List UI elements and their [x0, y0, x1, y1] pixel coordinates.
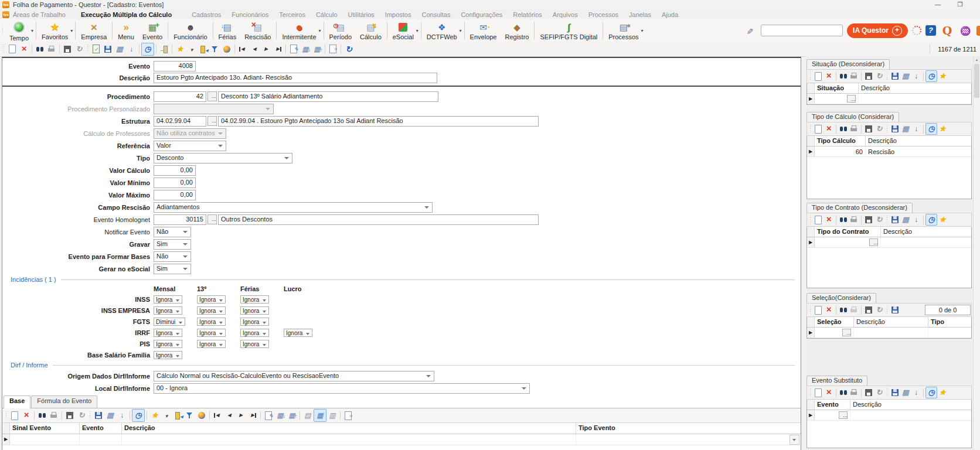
grid-new-button[interactable] [9, 410, 21, 421]
grid-web-button[interactable] [196, 410, 207, 421]
p-new-button[interactable] [813, 305, 824, 315]
global-search-input[interactable] [761, 25, 843, 36]
favorites-dropdown[interactable] [186, 43, 198, 55]
p-info-button[interactable] [911, 214, 921, 225]
col-sinal-evento[interactable]: Sinal Evento [10, 423, 80, 434]
cancel-button[interactable] [73, 43, 85, 55]
save-button[interactable] [62, 43, 73, 55]
grid-history-button[interactable] [132, 409, 145, 422]
evento-substituto-lookup-button[interactable] [839, 411, 848, 419]
p-find-button[interactable] [838, 71, 849, 81]
panel-tipo-contrato-row[interactable] [807, 237, 971, 248]
base-salario-familia-combo[interactable]: Ignora [154, 351, 182, 359]
inss-empresa-13-combo[interactable]: Ignora [197, 306, 226, 315]
base-grid-row[interactable] [2, 434, 801, 445]
menu-configuracoes[interactable]: Configurações [461, 11, 502, 18]
procedimento-code-field[interactable]: 42 [154, 91, 206, 102]
grid-import-button[interactable] [274, 410, 286, 421]
tipo-evento-dropdown[interactable] [790, 435, 799, 445]
toolbar-button-menu[interactable]: Menu [114, 20, 138, 42]
grid-print-button[interactable] [48, 410, 60, 421]
p-delete-button[interactable] [824, 387, 834, 398]
procedimento-lookup-button[interactable] [207, 91, 217, 101]
p-print-button[interactable] [849, 124, 859, 134]
wellness-icon[interactable] [958, 25, 972, 36]
menu-areas-de-trabalho[interactable]: Áreas de Trabalho [13, 11, 66, 18]
p-new-button[interactable] [813, 71, 824, 81]
menu-janelas[interactable]: Janelas [629, 11, 651, 18]
p-cancel-button[interactable] [874, 305, 884, 315]
import-grid-button[interactable] [300, 43, 311, 55]
toolbar-button-esocial[interactable]: eSocial [389, 20, 418, 42]
edit-record-button[interactable] [288, 43, 300, 55]
toolbar-button-periodo[interactable]: Período [325, 20, 356, 42]
p-save-button[interactable] [863, 305, 874, 315]
irrf-lucro-combo[interactable]: Ignora [284, 329, 312, 337]
vertical-scrollbar[interactable] [973, 56, 980, 450]
grid-nav-prev[interactable] [223, 410, 235, 421]
estrutura-desc-field[interactable]: 04.02.99.04 . Estouro Pgto Antecipado 13… [218, 116, 539, 127]
procedimento-desc-field[interactable]: Desconto 13º Salário Adiantamento [218, 91, 438, 102]
toolbar-button-ferias[interactable]: Férias [215, 20, 241, 42]
p-info-button[interactable] [911, 387, 921, 398]
p-favorites-button[interactable] [937, 214, 948, 225]
grid-preview-button[interactable] [342, 410, 354, 421]
evento-formar-bases-combo[interactable]: Não [154, 251, 191, 262]
chevron-down-icon[interactable] [31, 28, 33, 33]
p-favorites-button[interactable] [937, 124, 948, 134]
p-delete-button[interactable] [824, 305, 834, 315]
toolbar-button-processos[interactable]: Processos [604, 20, 642, 42]
p-save-button[interactable] [863, 71, 874, 81]
p-save-button[interactable] [863, 214, 874, 225]
chevron-down-icon[interactable] [70, 28, 73, 33]
p-delete-button[interactable] [824, 214, 834, 225]
toolbar-button-rescisao[interactable]: Rescisão [240, 20, 275, 42]
scroll-up-button[interactable] [974, 56, 980, 63]
p-history-button[interactable] [925, 123, 937, 135]
notificar-evento-combo[interactable]: Não [154, 227, 191, 237]
p-new-button[interactable] [813, 124, 824, 134]
inss-13-combo[interactable]: Ignora [197, 295, 226, 304]
grid-filter-button[interactable] [184, 410, 196, 421]
p-print-button[interactable] [849, 214, 859, 225]
ia-questor-button[interactable]: IA Questor [847, 23, 908, 38]
menu-relatorios[interactable]: Relatórios [513, 11, 542, 18]
referencia-combo[interactable]: Valor [154, 141, 226, 151]
toolbar-button-registro[interactable]: Registro [501, 20, 533, 42]
menu-utilitarios[interactable]: Utilitários [348, 11, 375, 18]
tipo-contrato-lookup-button[interactable] [869, 238, 878, 246]
chevron-down-icon[interactable] [460, 28, 462, 33]
grid-favorites-dropdown[interactable] [161, 410, 172, 421]
col-tipo-evento[interactable]: Tipo Evento [576, 423, 801, 434]
p-history-button[interactable] [925, 214, 937, 226]
nav-next-button[interactable] [260, 43, 272, 55]
grid-nav-last[interactable] [247, 410, 258, 421]
origem-dirf-combo[interactable]: Cálculo Normal ou Rescisão-CalculoEvento… [154, 371, 434, 381]
grid-ruler2-button[interactable] [326, 410, 338, 421]
panel-selecao-tab[interactable]: Seleção(Considerar) [807, 293, 876, 303]
scrollbar-thumb[interactable] [974, 64, 979, 98]
irrf-ferias-combo[interactable]: Ignora [240, 329, 269, 337]
tipo-combo[interactable]: Desconto [154, 153, 292, 163]
grid-save-button[interactable] [64, 410, 76, 421]
p-cancel-button[interactable] [874, 124, 884, 134]
p-cancel-button[interactable] [874, 387, 884, 398]
grid-export-button[interactable] [286, 410, 298, 421]
panel-tipo-calculo-tab[interactable]: Tipo de Cálculo (Considerar) [807, 112, 899, 122]
grid-ruler-button[interactable] [302, 410, 314, 421]
exit-button[interactable] [158, 43, 170, 55]
p-save-button[interactable] [863, 387, 874, 398]
nav-last-button[interactable] [272, 43, 284, 55]
save-disk-button[interactable] [102, 43, 114, 55]
p-new-button[interactable] [813, 387, 824, 398]
col-evento[interactable]: Evento [80, 423, 122, 434]
panel-selecao-row[interactable] [807, 328, 971, 338]
p-table-button[interactable] [900, 71, 911, 81]
panel-tipo-calculo-row[interactable]: 60 Rescisão [807, 146, 971, 157]
irrf-mensal-combo[interactable]: Ignora [154, 329, 182, 337]
close-button[interactable] [974, 0, 980, 9]
delete-record-button[interactable] [18, 43, 30, 55]
toolbar-button-intermitente[interactable]: Intermitente [278, 20, 320, 42]
menu-terceiros[interactable]: Terceiros [279, 11, 305, 18]
estrutura-code-field[interactable]: 04.02.99.04 [154, 116, 206, 127]
